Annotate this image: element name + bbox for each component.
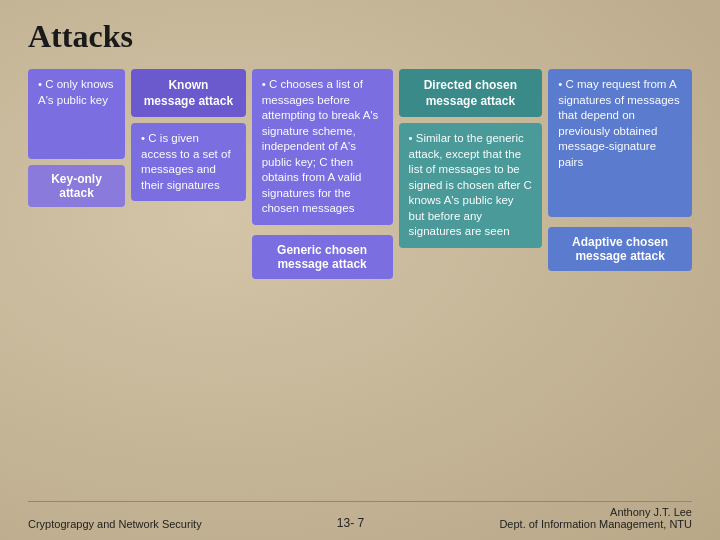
generic-chosen-label: Generic chosen message attack	[252, 235, 393, 279]
slide-title: Attacks	[28, 18, 692, 55]
footer: Cryptograpgy and Network Security 13- 7 …	[28, 501, 692, 530]
column-1: • C only knows A's public key Key-only a…	[28, 69, 125, 207]
directed-chosen-header: Directed chosen message attack	[399, 69, 543, 117]
generic-chosen-body: • C chooses a list of messages before at…	[252, 69, 393, 225]
col1-body: • C only knows A's public key	[28, 69, 125, 159]
directed-chosen-body: • Similar to the generic attack, except …	[399, 123, 543, 248]
known-message-body: • C is given access to a set of messages…	[131, 123, 246, 201]
footer-right-line2: Dept. of Information Management, NTU	[499, 518, 692, 530]
footer-right: Anthony J.T. Lee Dept. of Information Ma…	[499, 506, 692, 530]
footer-right-line1: Anthony J.T. Lee	[499, 506, 692, 518]
adaptive-chosen-body: • C may request from A signatures of mes…	[548, 69, 692, 217]
adaptive-chosen-label: Adaptive chosen message attack	[548, 227, 692, 271]
key-only-attack-label: Key-only attack	[28, 165, 125, 207]
slide: Attacks • C only knows A's public key Ke…	[0, 0, 720, 540]
known-message-header: Known message attack	[131, 69, 246, 117]
top-row: • C only knows A's public key Key-only a…	[28, 69, 692, 279]
footer-center: 13- 7	[337, 516, 364, 530]
column-3: • C chooses a list of messages before at…	[252, 69, 393, 279]
column-4: Directed chosen message attack • Similar…	[399, 69, 543, 248]
column-5: • C may request from A signatures of mes…	[548, 69, 692, 271]
column-2: Known message attack • C is given access…	[131, 69, 246, 201]
footer-left: Cryptograpgy and Network Security	[28, 518, 202, 530]
